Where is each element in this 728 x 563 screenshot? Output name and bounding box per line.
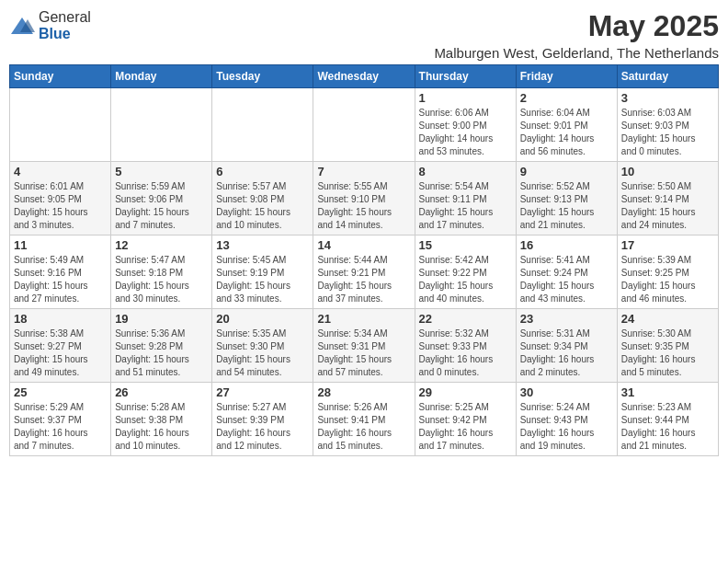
day-info: Sunrise: 5:54 AM Sunset: 9:11 PM Dayligh… xyxy=(419,180,512,232)
calendar-cell-w4-d3: 28Sunrise: 5:26 AM Sunset: 9:41 PM Dayli… xyxy=(313,383,415,456)
day-number: 26 xyxy=(115,385,208,399)
logo-text: General Blue xyxy=(39,9,91,41)
day-info: Sunrise: 5:47 AM Sunset: 9:18 PM Dayligh… xyxy=(115,254,208,305)
day-number: 24 xyxy=(621,312,714,326)
header-sunday: Sunday xyxy=(10,65,111,88)
calendar-cell-w2-d2: 13Sunrise: 5:45 AM Sunset: 9:19 PM Dayli… xyxy=(212,236,313,309)
page-header: General Blue May 2025 Malburgen West, Ge… xyxy=(9,9,719,61)
calendar: Sunday Monday Tuesday Wednesday Thursday… xyxy=(9,64,719,456)
day-number: 11 xyxy=(14,238,107,252)
calendar-cell-w3-d0: 18Sunrise: 5:38 AM Sunset: 9:27 PM Dayli… xyxy=(10,309,111,383)
day-info: Sunrise: 5:41 AM Sunset: 9:24 PM Dayligh… xyxy=(520,254,613,305)
day-info: Sunrise: 5:55 AM Sunset: 9:10 PM Dayligh… xyxy=(317,180,410,232)
calendar-cell-w1-d1: 5Sunrise: 5:59 AM Sunset: 9:06 PM Daylig… xyxy=(111,162,212,236)
day-info: Sunrise: 5:23 AM Sunset: 9:44 PM Dayligh… xyxy=(621,401,714,453)
header-thursday: Thursday xyxy=(415,65,516,88)
logo-general: General xyxy=(39,9,91,25)
calendar-cell-w2-d5: 16Sunrise: 5:41 AM Sunset: 9:24 PM Dayli… xyxy=(516,236,617,309)
day-number: 12 xyxy=(115,238,208,252)
logo: General Blue xyxy=(9,9,91,41)
day-number: 20 xyxy=(216,312,309,326)
day-info: Sunrise: 5:35 AM Sunset: 9:30 PM Dayligh… xyxy=(216,327,309,379)
day-info: Sunrise: 5:45 AM Sunset: 9:19 PM Dayligh… xyxy=(216,254,309,305)
day-number: 17 xyxy=(621,238,714,252)
calendar-cell-w2-d1: 12Sunrise: 5:47 AM Sunset: 9:18 PM Dayli… xyxy=(111,236,212,309)
day-info: Sunrise: 5:28 AM Sunset: 9:38 PM Dayligh… xyxy=(115,401,208,453)
logo-icon xyxy=(9,16,35,36)
day-number: 23 xyxy=(520,312,613,326)
day-number: 5 xyxy=(115,165,208,178)
calendar-cell-w3-d5: 23Sunrise: 5:31 AM Sunset: 9:34 PM Dayli… xyxy=(516,309,617,383)
calendar-cell-w4-d0: 25Sunrise: 5:29 AM Sunset: 9:37 PM Dayli… xyxy=(10,383,111,456)
day-number: 2 xyxy=(520,91,613,105)
calendar-cell-w2-d3: 14Sunrise: 5:44 AM Sunset: 9:21 PM Dayli… xyxy=(313,236,415,309)
calendar-cell-w3-d6: 24Sunrise: 5:30 AM Sunset: 9:35 PM Dayli… xyxy=(617,309,718,383)
day-info: Sunrise: 5:29 AM Sunset: 9:37 PM Dayligh… xyxy=(14,401,107,453)
day-info: Sunrise: 5:52 AM Sunset: 9:13 PM Dayligh… xyxy=(520,180,613,232)
day-number: 18 xyxy=(14,312,107,326)
day-number: 19 xyxy=(115,312,208,326)
week-row-1: 4Sunrise: 6:01 AM Sunset: 9:05 PM Daylig… xyxy=(10,162,719,236)
calendar-cell-w3-d4: 22Sunrise: 5:32 AM Sunset: 9:33 PM Dayli… xyxy=(415,309,516,383)
calendar-cell-w1-d6: 10Sunrise: 5:50 AM Sunset: 9:14 PM Dayli… xyxy=(617,162,718,236)
week-row-2: 11Sunrise: 5:49 AM Sunset: 9:16 PM Dayli… xyxy=(10,236,719,309)
day-info: Sunrise: 5:34 AM Sunset: 9:31 PM Dayligh… xyxy=(317,327,410,379)
day-info: Sunrise: 5:44 AM Sunset: 9:21 PM Dayligh… xyxy=(317,254,410,305)
day-number: 31 xyxy=(621,385,714,399)
calendar-cell-w2-d6: 17Sunrise: 5:39 AM Sunset: 9:25 PM Dayli… xyxy=(617,236,718,309)
day-number: 6 xyxy=(216,165,309,178)
day-info: Sunrise: 6:04 AM Sunset: 9:01 PM Dayligh… xyxy=(520,107,613,158)
day-number: 21 xyxy=(317,312,410,326)
weekday-header-row: Sunday Monday Tuesday Wednesday Thursday… xyxy=(10,65,719,88)
calendar-cell-w3-d3: 21Sunrise: 5:34 AM Sunset: 9:31 PM Dayli… xyxy=(313,309,415,383)
calendar-cell-w0-d1 xyxy=(111,88,212,162)
calendar-cell-w0-d2 xyxy=(212,88,313,162)
day-info: Sunrise: 5:38 AM Sunset: 9:27 PM Dayligh… xyxy=(14,327,107,379)
day-info: Sunrise: 5:42 AM Sunset: 9:22 PM Dayligh… xyxy=(419,254,512,305)
day-number: 13 xyxy=(216,238,309,252)
day-info: Sunrise: 5:30 AM Sunset: 9:35 PM Dayligh… xyxy=(621,327,714,379)
calendar-cell-w1-d4: 8Sunrise: 5:54 AM Sunset: 9:11 PM Daylig… xyxy=(415,162,516,236)
day-info: Sunrise: 5:27 AM Sunset: 9:39 PM Dayligh… xyxy=(216,401,309,453)
day-info: Sunrise: 5:26 AM Sunset: 9:41 PM Dayligh… xyxy=(317,401,410,453)
calendar-cell-w0-d0 xyxy=(10,88,111,162)
calendar-cell-w2-d4: 15Sunrise: 5:42 AM Sunset: 9:22 PM Dayli… xyxy=(415,236,516,309)
day-info: Sunrise: 5:32 AM Sunset: 9:33 PM Dayligh… xyxy=(419,327,512,379)
day-info: Sunrise: 5:57 AM Sunset: 9:08 PM Dayligh… xyxy=(216,180,309,232)
calendar-cell-w3-d1: 19Sunrise: 5:36 AM Sunset: 9:28 PM Dayli… xyxy=(111,309,212,383)
day-info: Sunrise: 5:39 AM Sunset: 9:25 PM Dayligh… xyxy=(621,254,714,305)
week-row-0: 1Sunrise: 6:06 AM Sunset: 9:00 PM Daylig… xyxy=(10,88,719,162)
day-number: 14 xyxy=(317,238,410,252)
day-number: 16 xyxy=(520,238,613,252)
month-title: May 2025 xyxy=(434,9,719,43)
day-info: Sunrise: 5:24 AM Sunset: 9:43 PM Dayligh… xyxy=(520,401,613,453)
day-info: Sunrise: 6:03 AM Sunset: 9:03 PM Dayligh… xyxy=(621,107,714,158)
day-number: 1 xyxy=(419,91,512,105)
day-number: 22 xyxy=(419,312,512,326)
calendar-cell-w4-d5: 30Sunrise: 5:24 AM Sunset: 9:43 PM Dayli… xyxy=(516,383,617,456)
day-info: Sunrise: 5:59 AM Sunset: 9:06 PM Dayligh… xyxy=(115,180,208,232)
title-block: May 2025 Malburgen West, Gelderland, The… xyxy=(434,9,719,61)
day-number: 8 xyxy=(419,165,512,178)
day-number: 15 xyxy=(419,238,512,252)
calendar-cell-w3-d2: 20Sunrise: 5:35 AM Sunset: 9:30 PM Dayli… xyxy=(212,309,313,383)
day-number: 28 xyxy=(317,385,410,399)
day-number: 10 xyxy=(621,165,714,178)
location-title: Malburgen West, Gelderland, The Netherla… xyxy=(434,45,719,61)
day-info: Sunrise: 5:50 AM Sunset: 9:14 PM Dayligh… xyxy=(621,180,714,232)
day-number: 3 xyxy=(621,91,714,105)
week-row-3: 18Sunrise: 5:38 AM Sunset: 9:27 PM Dayli… xyxy=(10,309,719,383)
day-info: Sunrise: 5:31 AM Sunset: 9:34 PM Dayligh… xyxy=(520,327,613,379)
header-tuesday: Tuesday xyxy=(212,65,313,88)
calendar-cell-w1-d2: 6Sunrise: 5:57 AM Sunset: 9:08 PM Daylig… xyxy=(212,162,313,236)
calendar-cell-w4-d2: 27Sunrise: 5:27 AM Sunset: 9:39 PM Dayli… xyxy=(212,383,313,456)
day-number: 7 xyxy=(317,165,410,178)
day-info: Sunrise: 5:36 AM Sunset: 9:28 PM Dayligh… xyxy=(115,327,208,379)
day-number: 4 xyxy=(14,165,107,178)
day-number: 29 xyxy=(419,385,512,399)
calendar-cell-w0-d3 xyxy=(313,88,415,162)
calendar-cell-w0-d4: 1Sunrise: 6:06 AM Sunset: 9:00 PM Daylig… xyxy=(415,88,516,162)
header-monday: Monday xyxy=(111,65,212,88)
calendar-cell-w1-d5: 9Sunrise: 5:52 AM Sunset: 9:13 PM Daylig… xyxy=(516,162,617,236)
calendar-cell-w4-d1: 26Sunrise: 5:28 AM Sunset: 9:38 PM Dayli… xyxy=(111,383,212,456)
